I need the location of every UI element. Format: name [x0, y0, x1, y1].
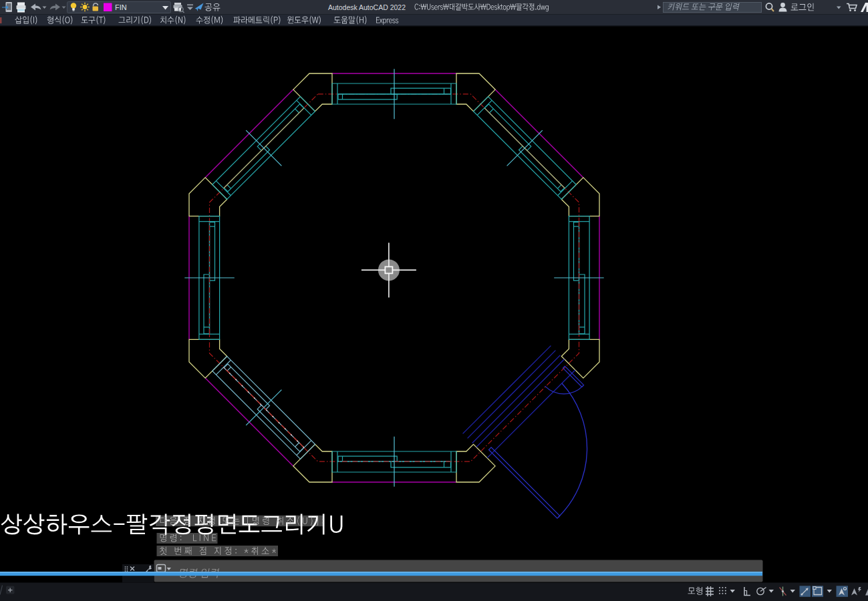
- svg-text:Autodesk AutoCAD 2022: Autodesk AutoCAD 2022: [328, 3, 406, 12]
- svg-text:FIN: FIN: [115, 3, 127, 11]
